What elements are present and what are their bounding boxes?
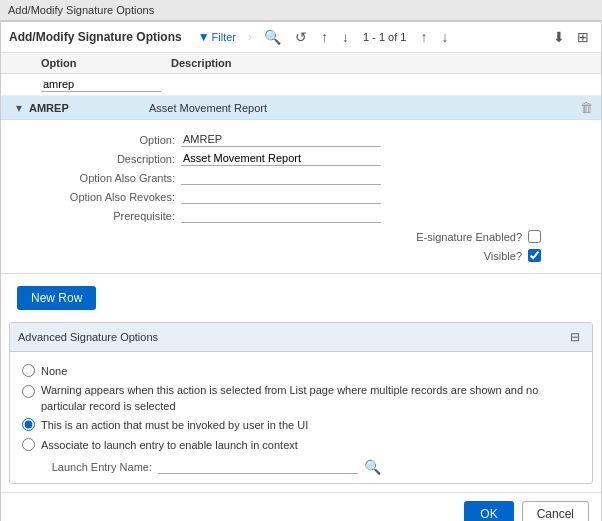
- filter-button[interactable]: ▼ Filter: [194, 28, 240, 46]
- radio-none-row: None: [22, 364, 580, 379]
- page-info: 1 - 1 of 1: [363, 31, 406, 43]
- cancel-button[interactable]: Cancel: [522, 501, 589, 521]
- visible-row: Visible?: [1, 246, 601, 265]
- row-description-value: Asset Movement Report: [149, 102, 580, 114]
- description-detail-row: Description:: [1, 151, 601, 166]
- radio-action-label: This is an action that must be invoked b…: [41, 418, 308, 433]
- footer-buttons: OK Cancel: [1, 492, 601, 521]
- advanced-section: Advanced Signature Options ⊟ None Warnin…: [9, 322, 593, 484]
- prev-first-button[interactable]: ↑: [317, 27, 332, 47]
- radio-action-row: This is an action that must be invoked b…: [22, 418, 580, 433]
- prerequisite-row: Prerequisite:: [1, 208, 601, 223]
- toolbar: Add/Modify Signature Options ▼ Filter › …: [1, 22, 601, 53]
- prerequisite-input[interactable]: [181, 208, 381, 223]
- table-row: ▾ AMREP Asset Movement Report 🗑: [1, 96, 601, 120]
- refresh-button[interactable]: ↺: [291, 27, 311, 47]
- launch-entry-label: Launch Entry Name:: [42, 461, 152, 473]
- esig-checkbox[interactable]: [528, 230, 541, 243]
- radio-warning[interactable]: [22, 385, 35, 398]
- funnel-icon: ▼: [198, 30, 210, 44]
- also-grants-row: Option Also Grants:: [1, 170, 601, 185]
- radio-action[interactable]: [22, 418, 35, 431]
- radio-associate-label: Associate to launch entry to enable laun…: [41, 438, 298, 453]
- window-title: Add/Modify Signature Options: [0, 0, 602, 21]
- visible-label: Visible?: [484, 250, 522, 262]
- download-button[interactable]: ⬇: [549, 27, 569, 47]
- new-row-button[interactable]: New Row: [17, 286, 96, 310]
- radio-none[interactable]: [22, 364, 35, 377]
- option-search-input[interactable]: [41, 77, 161, 92]
- row-option-value: AMREP: [29, 102, 149, 114]
- radio-warning-label: Warning appears when this action is sele…: [41, 383, 580, 414]
- option-detail-row: Option: AMREP: [1, 132, 601, 147]
- search-row: [1, 74, 601, 96]
- option-detail-value: AMREP: [181, 132, 381, 147]
- esig-label: E-signature Enabled?: [416, 231, 522, 243]
- col-option-header: Option: [41, 57, 171, 69]
- radio-none-label: None: [41, 364, 67, 379]
- advanced-content: None Warning appears when this action is…: [10, 352, 592, 483]
- description-detail-label: Description:: [41, 153, 181, 165]
- esig-row: E-signature Enabled?: [1, 227, 601, 246]
- sep1: ›: [248, 30, 252, 44]
- radio-warning-row: Warning appears when this action is sele…: [22, 383, 580, 414]
- advanced-header: Advanced Signature Options ⊟: [10, 323, 592, 352]
- advanced-expand-button[interactable]: ⊟: [566, 328, 584, 346]
- toolbar-title: Add/Modify Signature Options: [9, 30, 182, 44]
- expand-row-button[interactable]: ▾: [9, 101, 29, 115]
- also-grants-label: Option Also Grants:: [41, 172, 181, 184]
- advanced-title: Advanced Signature Options: [18, 331, 158, 343]
- also-revokes-input[interactable]: [181, 189, 381, 204]
- prerequisite-label: Prerequisite:: [41, 210, 181, 222]
- visible-checkbox[interactable]: [528, 249, 541, 262]
- new-row-area: New Row: [1, 274, 601, 322]
- option-detail-label: Option:: [41, 134, 181, 146]
- launch-entry-row: Launch Entry Name: 🔍: [22, 459, 580, 475]
- launch-search-button[interactable]: 🔍: [364, 459, 381, 475]
- next-last-button[interactable]: ↓: [437, 27, 452, 47]
- col-description-header: Description: [171, 57, 561, 69]
- search-button[interactable]: 🔍: [260, 27, 285, 47]
- also-revokes-label: Option Also Revokes:: [41, 191, 181, 203]
- delete-row-button[interactable]: 🗑: [580, 100, 593, 115]
- radio-associate-row: Associate to launch entry to enable laun…: [22, 438, 580, 453]
- radio-associate[interactable]: [22, 438, 35, 451]
- next-button[interactable]: ↑: [416, 27, 431, 47]
- expand-button[interactable]: ⊞: [573, 27, 593, 47]
- launch-entry-input[interactable]: [158, 459, 358, 474]
- ok-button[interactable]: OK: [464, 501, 513, 521]
- table-header: Option Description: [1, 53, 601, 74]
- also-grants-input[interactable]: [181, 170, 381, 185]
- description-detail-input[interactable]: [181, 151, 381, 166]
- chevron-down-icon: ▾: [16, 101, 22, 115]
- also-revokes-row: Option Also Revokes:: [1, 189, 601, 204]
- detail-section: Option: AMREP Description: Option Also G…: [1, 120, 601, 274]
- prev-button[interactable]: ↓: [338, 27, 353, 47]
